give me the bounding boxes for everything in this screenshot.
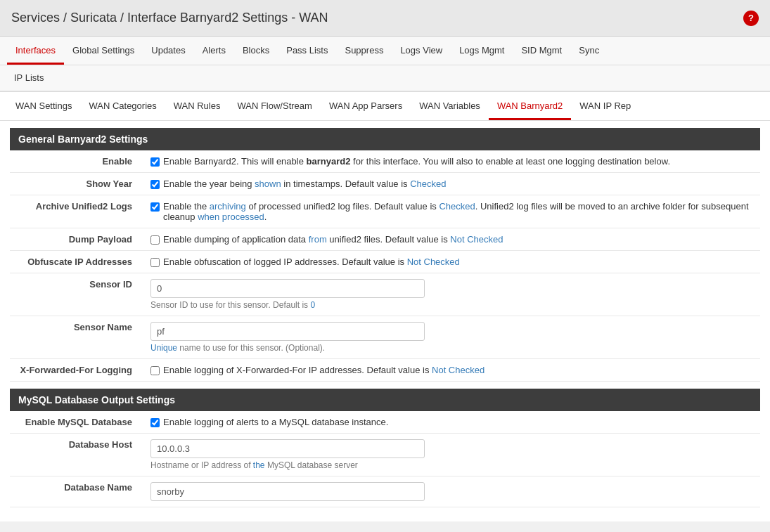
archive-checkbox[interactable] — [150, 202, 160, 212]
subnav-wan-categories[interactable]: WAN Categories — [80, 92, 165, 120]
nav-sid-mgmt[interactable]: SID Mgmt — [513, 37, 570, 65]
help-icon[interactable]: ? — [743, 11, 759, 26]
table-row: Enable Enable Barnyard2. This will enabl… — [10, 150, 760, 173]
dump-payload-label: Dump Payload — [10, 228, 143, 251]
table-row: Dump Payload Enable dumping of applicati… — [10, 228, 760, 251]
content-area: General Barnyard2 Settings Enable Enable… — [0, 121, 770, 521]
subnav-wan-ip-rep[interactable]: WAN IP Rep — [571, 92, 639, 120]
general-settings-table: Enable Enable Barnyard2. This will enabl… — [10, 150, 760, 382]
enable-mysql-value: Enable logging of alerts to a MySQL data… — [143, 411, 760, 434]
xforwarded-label: X-Forwarded-For Logging — [10, 359, 143, 382]
obfuscate-value: Enable obfuscation of logged IP addresse… — [143, 251, 760, 273]
archive-value: Enable the archiving of processed unifie… — [143, 195, 760, 228]
nav-ip-lists[interactable]: IP Lists — [7, 65, 51, 91]
table-row: Archive Unified2 Logs Enable the archivi… — [10, 195, 760, 228]
nav-logs-mgmt[interactable]: Logs Mgmt — [451, 37, 513, 65]
table-row: Obfuscate IP Addresses Enable obfuscatio… — [10, 251, 760, 273]
dump-payload-checkbox[interactable] — [150, 235, 160, 245]
table-row: X-Forwarded-For Logging Enable logging o… — [10, 359, 760, 382]
enable-label: Enable — [10, 150, 143, 173]
subnav-wan-rules[interactable]: WAN Rules — [165, 92, 229, 120]
dump-payload-value: Enable dumping of application data from … — [143, 228, 760, 251]
nav-global-settings[interactable]: Global Settings — [64, 37, 143, 65]
database-host-value: Hostname or IP address of the MySQL data… — [143, 434, 760, 476]
enable-value: Enable Barnyard2. This will enable barny… — [143, 150, 760, 173]
nav-interfaces[interactable]: Interfaces — [7, 37, 64, 65]
table-row: Enable MySQL Database Enable logging of … — [10, 411, 760, 434]
nav-blocks[interactable]: Blocks — [234, 37, 278, 65]
database-name-value — [143, 476, 760, 507]
nav-logs-view[interactable]: Logs View — [392, 37, 451, 65]
archive-label: Archive Unified2 Logs — [10, 195, 143, 228]
show-year-value: Enable the year being shown in timestamp… — [143, 173, 760, 195]
nav-alerts[interactable]: Alerts — [194, 37, 234, 65]
database-host-input[interactable] — [150, 439, 425, 458]
second-nav: IP Lists — [0, 65, 770, 91]
mysql-section-header: MySQL Database Output Settings — [10, 389, 760, 411]
subnav-wan-settings[interactable]: WAN Settings — [7, 92, 80, 120]
table-row: Show Year Enable the year being shown in… — [10, 173, 760, 195]
sub-nav: WAN Settings WAN Categories WAN Rules WA… — [0, 91, 770, 121]
subnav-wan-app-parsers[interactable]: WAN App Parsers — [321, 92, 411, 120]
database-host-label: Database Host — [10, 434, 143, 476]
obfuscate-checkbox[interactable] — [150, 258, 160, 267]
enable-checkbox[interactable] — [150, 157, 160, 167]
general-section-header: General Barnyard2 Settings — [10, 128, 760, 150]
sensor-id-value: Sensor ID to use for this sensor. Defaul… — [143, 273, 760, 316]
obfuscate-label: Obfuscate IP Addresses — [10, 251, 143, 273]
nav-sync[interactable]: Sync — [570, 37, 608, 65]
sensor-name-value: Unique name to use for this sensor. (Opt… — [143, 316, 760, 359]
sensor-name-hint: Unique name to use for this sensor. (Opt… — [150, 343, 753, 353]
sensor-id-hint: Sensor ID to use for this sensor. Defaul… — [150, 300, 753, 310]
xforwarded-value: Enable logging of X-Forwarded-For IP add… — [143, 359, 760, 382]
xforwarded-checkbox[interactable] — [150, 366, 160, 375]
sensor-name-label: Sensor Name — [10, 316, 143, 359]
subnav-wan-barnyard2[interactable]: WAN Barnyard2 — [489, 92, 571, 120]
page-header: Services / Suricata / Interface Barnyard… — [0, 0, 770, 37]
database-name-input[interactable] — [150, 482, 425, 501]
enable-mysql-checkbox[interactable] — [150, 418, 160, 427]
database-host-hint: Hostname or IP address of the MySQL data… — [150, 460, 753, 470]
mysql-settings-table: Enable MySQL Database Enable logging of … — [10, 411, 760, 507]
nav-suppress[interactable]: Suppress — [336, 37, 392, 65]
enable-mysql-label: Enable MySQL Database — [10, 411, 143, 434]
show-year-label: Show Year — [10, 173, 143, 195]
database-name-label: Database Name — [10, 476, 143, 507]
subnav-wan-flow-stream[interactable]: WAN Flow/Stream — [229, 92, 320, 120]
sensor-id-input[interactable] — [150, 279, 425, 298]
subnav-wan-variables[interactable]: WAN Variables — [411, 92, 489, 120]
table-row: Database Name — [10, 476, 760, 507]
nav-pass-lists[interactable]: Pass Lists — [278, 37, 336, 65]
sensor-name-input[interactable] — [150, 322, 425, 341]
main-nav: Interfaces Global Settings Updates Alert… — [0, 37, 770, 65]
page-title: Services / Suricata / Interface Barnyard… — [11, 11, 328, 25]
nav-updates[interactable]: Updates — [143, 37, 193, 65]
table-row: Database Host Hostname or IP address of … — [10, 434, 760, 476]
show-year-checkbox[interactable] — [150, 180, 160, 189]
table-row: Sensor ID Sensor ID to use for this sens… — [10, 273, 760, 316]
sensor-id-label: Sensor ID — [10, 273, 143, 316]
table-row: Sensor Name Unique name to use for this … — [10, 316, 760, 359]
